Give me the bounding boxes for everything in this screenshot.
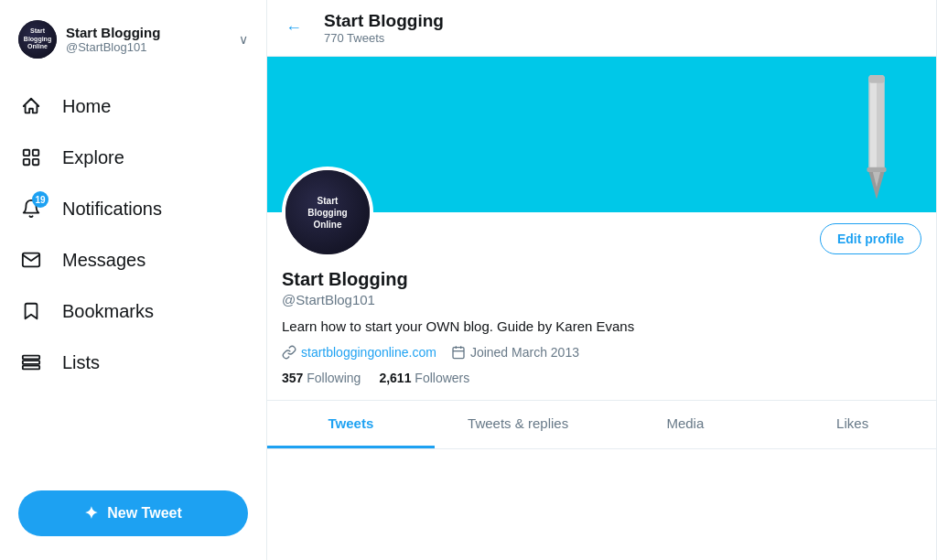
sidebar-profile-handle: @StartBlog101 [66, 40, 230, 54]
sidebar-item-explore[interactable]: Explore [0, 132, 266, 183]
svg-rect-12 [868, 75, 885, 83]
profile-website: startbloggingonline.com [282, 345, 436, 360]
profile-stats: 357 Following 2,611 Followers [282, 371, 921, 385]
link-icon [282, 345, 296, 360]
explore-icon [18, 145, 44, 170]
sidebar-avatar: StartBloggingOnline [18, 20, 57, 59]
following-stat[interactable]: 357 Following [282, 371, 361, 385]
home-icon [18, 93, 44, 119]
explore-label: Explore [62, 147, 124, 168]
messages-label: Messages [62, 250, 145, 271]
svg-rect-8 [870, 75, 877, 171]
following-label: Following [307, 371, 361, 385]
profile-joined: Joined March 2013 [451, 345, 579, 360]
messages-icon [18, 247, 44, 273]
profile-avatar-text: StartBloggingOnline [307, 195, 347, 231]
sidebar-profile-name: Start Blogging [66, 25, 230, 40]
header-title-area: Start Blogging 770 Tweets [324, 11, 444, 45]
svg-rect-0 [24, 150, 29, 156]
svg-rect-3 [33, 159, 38, 165]
avatar-inner: StartBloggingOnline [18, 20, 57, 59]
followers-count: 2,611 [379, 371, 411, 385]
new-tweet-button[interactable]: ✦ New Tweet [18, 490, 248, 536]
sidebar-item-home[interactable]: Home [0, 81, 266, 132]
sidebar-item-messages[interactable]: Messages [0, 234, 266, 285]
sidebar-profile[interactable]: StartBloggingOnline Start Blogging @Star… [0, 9, 266, 73]
edit-profile-button[interactable]: Edit profile [820, 223, 921, 254]
sidebar-item-bookmarks[interactable]: Bookmarks [0, 285, 266, 337]
main-content: ← Start Blogging 770 Tweets StartBloggin… [267, 0, 937, 560]
notifications-label: Notifications [62, 199, 162, 220]
calendar-icon [451, 345, 466, 360]
tab-tweets-replies[interactable]: Tweets & replies [435, 401, 602, 448]
bell-icon: 19 [18, 196, 44, 221]
bookmarks-label: Bookmarks [62, 301, 154, 322]
followers-label: Followers [415, 371, 469, 385]
lists-label: Lists [62, 352, 100, 373]
website-link[interactable]: startbloggingonline.com [301, 345, 436, 360]
svg-rect-6 [23, 366, 39, 370]
sidebar-nav: Home Explore 19 Notifications [0, 73, 266, 476]
profile-section: StartBloggingOnline Edit profile Start B… [267, 167, 936, 385]
header-title: Start Blogging [324, 11, 444, 31]
sidebar: StartBloggingOnline Start Blogging @Star… [0, 0, 267, 560]
lists-icon [18, 350, 44, 375]
profile-name: Start Blogging [282, 269, 921, 290]
header-subtitle: 770 Tweets [324, 31, 444, 45]
followers-stat[interactable]: 2,611 Followers [379, 371, 469, 385]
bookmark-icon [18, 298, 44, 324]
svg-rect-1 [33, 150, 38, 156]
svg-rect-13 [453, 348, 464, 359]
sidebar-profile-info: Start Blogging @StartBlog101 [66, 25, 230, 54]
home-label: Home [62, 96, 111, 117]
tab-tweets[interactable]: Tweets [267, 401, 435, 448]
notification-badge: 19 [32, 191, 48, 208]
profile-avatar-area: StartBloggingOnline Edit profile [282, 167, 921, 258]
back-button[interactable]: ← [282, 15, 306, 41]
tab-likes[interactable]: Likes [769, 401, 936, 448]
profile-bio: Learn how to start your OWN blog. Guide … [282, 317, 921, 336]
plus-icon: ✦ [84, 503, 98, 523]
avatar-bg: StartBloggingOnline [285, 170, 370, 254]
profile-meta: startbloggingonline.com Joined March 201… [282, 345, 921, 360]
svg-rect-5 [23, 361, 39, 364]
joined-text: Joined March 2013 [470, 345, 579, 360]
new-tweet-label: New Tweet [107, 505, 182, 522]
sidebar-item-lists[interactable]: Lists [0, 337, 266, 388]
profile-tabs: Tweets Tweets & replies Media Likes [267, 400, 936, 449]
svg-rect-4 [23, 356, 39, 360]
following-count: 357 [282, 371, 303, 385]
chevron-down-icon: ∨ [239, 32, 248, 47]
svg-rect-2 [24, 159, 29, 165]
tab-media[interactable]: Media [602, 401, 770, 448]
profile-avatar-large: StartBloggingOnline [282, 167, 373, 258]
profile-handle: @StartBlog101 [282, 292, 921, 307]
profile-header-bar: ← Start Blogging 770 Tweets [267, 0, 936, 57]
sidebar-item-notifications[interactable]: 19 Notifications [0, 183, 266, 234]
